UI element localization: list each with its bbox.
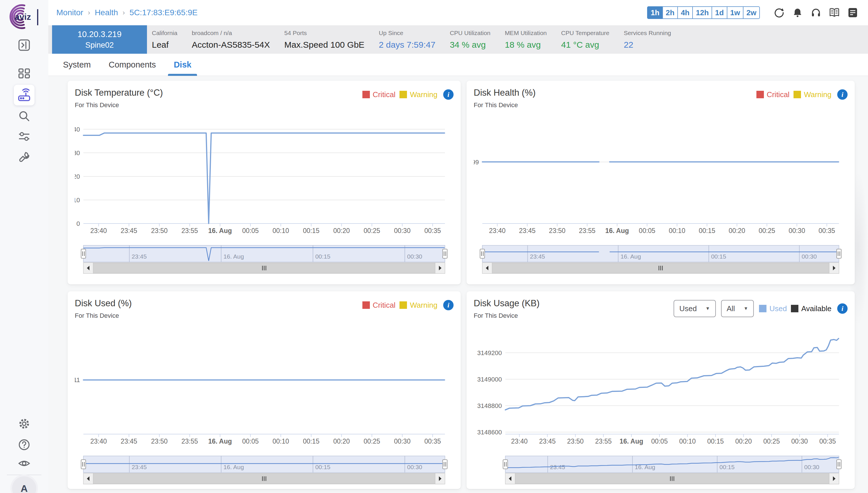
legend-warning[interactable]: Warning [400, 90, 438, 99]
breadcrumb-health[interactable]: Health [95, 8, 118, 17]
sidebar-item-devices[interactable] [14, 85, 35, 105]
navigator-handle[interactable] [480, 249, 485, 258]
disk-health-chart[interactable]: 9923:4023:4523:5023:5516. Aug00:0500:100… [474, 120, 848, 281]
dashboard-icon[interactable] [14, 64, 35, 84]
time-range-2h[interactable]: 2h [662, 6, 678, 19]
chart-navigator[interactable]: 23:4516. Aug00:1500:30 [81, 456, 447, 473]
info-icon[interactable]: i [443, 300, 453, 310]
book-icon[interactable] [829, 7, 840, 18]
tab-disk[interactable]: Disk [173, 53, 193, 76]
warning-swatch [400, 301, 407, 309]
navigator-handle[interactable] [837, 249, 841, 258]
svg-text:16. Aug: 16. Aug [223, 464, 244, 470]
tab-components[interactable]: Components [107, 53, 157, 76]
metric-select[interactable]: Used ▼ [673, 300, 716, 317]
chart-scrollbar[interactable] [505, 473, 839, 484]
svg-text:00:35: 00:35 [819, 227, 835, 234]
device-summary-bar: 10.20.3.219 Spine02 California Leaf broa… [48, 25, 868, 54]
gear-icon[interactable] [14, 413, 35, 434]
disk-used-chart[interactable]: 1123:4023:4523:5023:5516. Aug00:0500:100… [75, 330, 453, 487]
time-range-2w[interactable]: 2w [743, 6, 760, 19]
svg-text:00:20: 00:20 [333, 437, 350, 445]
navigator-handle[interactable] [81, 460, 86, 469]
svg-text:16. Aug: 16. Aug [208, 227, 232, 234]
user-avatar[interactable]: A [11, 475, 38, 493]
device-tabs: System Components Disk [48, 54, 868, 76]
disk-temperature-chart[interactable]: 40302010023:4023:4523:5023:5516. Aug00:0… [75, 120, 453, 281]
svg-text:16. Aug: 16. Aug [620, 437, 643, 445]
svg-text:aviz: aviz [15, 12, 31, 22]
navigator-handle[interactable] [503, 460, 508, 469]
disk-temperature-card: Disk Temperature (°C) For This Device Cr… [67, 81, 461, 284]
disk-usage-chart[interactable]: 314920031490003148800314860023:4023:4523… [474, 330, 848, 487]
svg-text:00:05: 00:05 [242, 227, 259, 234]
navigator-handle[interactable] [837, 460, 841, 469]
breadcrumb-monitor[interactable]: Monitor [56, 8, 83, 17]
chart-scrollbar[interactable] [83, 473, 445, 484]
svg-text:23:45: 23:45 [519, 227, 536, 234]
svg-text:23:55: 23:55 [181, 227, 198, 234]
partition-select[interactable]: All ▼ [721, 300, 754, 317]
device-field-location: California Leaf [152, 29, 178, 50]
svg-text:3148800: 3148800 [477, 402, 502, 409]
time-range-1d[interactable]: 1d [711, 6, 727, 19]
chart-subtitle: For This Device [75, 102, 163, 109]
svg-text:23:55: 23:55 [595, 437, 612, 445]
avatar-letter: A [21, 483, 28, 493]
refresh-icon[interactable] [774, 7, 785, 18]
svg-text:00:05: 00:05 [242, 437, 259, 445]
eye-icon[interactable] [14, 453, 35, 474]
navigator-handle[interactable] [81, 249, 86, 258]
time-range-12h[interactable]: 12h [692, 6, 712, 19]
svg-text:3149200: 3149200 [477, 349, 502, 357]
svg-text:23:50: 23:50 [567, 437, 584, 445]
chart-subtitle: For This Device [474, 312, 540, 320]
search-icon[interactable] [14, 106, 35, 126]
chart-scrollbar[interactable] [83, 263, 445, 274]
chart-title: Disk Temperature (°C) [75, 88, 163, 98]
card-titles: Disk Temperature (°C) For This Device [75, 88, 163, 109]
disk-used-card: Disk Used (%) For This Device Critical W… [67, 291, 461, 489]
wrench-icon[interactable] [14, 147, 35, 168]
navigator-handle[interactable] [443, 460, 447, 469]
legend-used[interactable]: Used [759, 304, 787, 313]
time-range-1w[interactable]: 1w [727, 6, 744, 19]
bell-icon[interactable] [792, 7, 803, 18]
info-icon[interactable]: i [443, 89, 453, 100]
svg-text:11: 11 [75, 377, 80, 384]
time-range-1h[interactable]: 1h [647, 6, 663, 19]
device-card[interactable]: 10.20.3.219 Spine02 [52, 25, 147, 54]
svg-text:00:15: 00:15 [303, 437, 320, 445]
topbar: Monitor › Health › 5C:17:83:E9:65:9E 1h … [48, 0, 868, 25]
headset-icon[interactable] [810, 7, 822, 18]
svg-text:00:30: 00:30 [407, 464, 422, 470]
info-icon[interactable]: i [837, 303, 848, 314]
legend-available[interactable]: Available [791, 304, 831, 313]
release-notes-icon[interactable] [847, 7, 858, 18]
svg-text:23:40: 23:40 [489, 227, 506, 234]
legend-critical[interactable]: Critical [362, 90, 396, 99]
legend-critical[interactable]: Critical [362, 301, 396, 310]
svg-text:23:55: 23:55 [579, 227, 596, 234]
svg-text:00:35: 00:35 [424, 227, 441, 234]
svg-text:00:25: 00:25 [364, 227, 380, 234]
tab-system[interactable]: System [62, 53, 92, 76]
chart-navigator[interactable]: 23:4516. Aug00:1500:30 [81, 245, 447, 262]
chart-navigator[interactable]: 23:4516. Aug00:1500:30 [480, 245, 841, 262]
help-icon[interactable] [14, 434, 35, 455]
chart-scrollbar[interactable] [482, 263, 839, 274]
time-range-4h[interactable]: 4h [677, 6, 693, 19]
legend-warning[interactable]: Warning [793, 90, 831, 99]
legend-warning[interactable]: Warning [400, 301, 438, 310]
critical-swatch [362, 91, 370, 98]
info-icon[interactable]: i [837, 89, 848, 100]
breadcrumb-device-id[interactable]: 5C:17:83:E9:65:9E [129, 8, 198, 17]
legend-critical[interactable]: Critical [756, 90, 789, 99]
warning-swatch [793, 91, 801, 98]
chart-subtitle: For This Device [75, 312, 132, 320]
navigator-handle[interactable] [443, 249, 447, 258]
collapse-panel-icon[interactable] [14, 35, 35, 56]
chart-navigator[interactable]: 23:4516. Aug00:1500:30 [503, 456, 841, 473]
filters-icon[interactable] [14, 126, 35, 147]
svg-text:00:30: 00:30 [394, 437, 411, 445]
